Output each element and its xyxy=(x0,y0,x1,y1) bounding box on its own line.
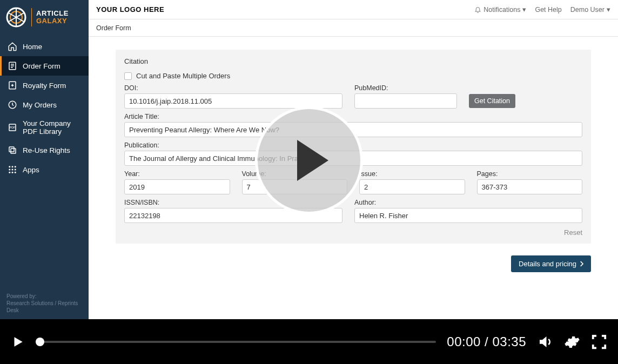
sidebar-item-label: Your Company PDF Library xyxy=(23,119,81,136)
royalty-icon xyxy=(8,80,17,90)
sidebar-item-pdf-library[interactable]: PDF Your Company PDF Library xyxy=(0,114,89,140)
publication-label: Publication: xyxy=(124,141,582,149)
notifications-menu[interactable]: Notifications ▾ xyxy=(474,5,526,14)
svg-text:PDF: PDF xyxy=(10,126,16,129)
svg-rect-13 xyxy=(11,149,16,153)
article-title-input[interactable] xyxy=(124,122,582,137)
panel-title: Citation xyxy=(124,57,582,65)
main: YOUR LOGO HERE Notifications ▾ Get Help … xyxy=(89,0,618,319)
issn-input[interactable] xyxy=(124,208,342,223)
home-icon xyxy=(8,42,17,51)
chevron-right-icon xyxy=(580,261,583,267)
get-help-link[interactable]: Get Help xyxy=(535,6,561,14)
sidebar-item-apps[interactable]: Apps xyxy=(0,160,89,179)
pubmed-input[interactable] xyxy=(354,93,457,109)
user-menu[interactable]: Demo User ▾ xyxy=(570,5,610,14)
svg-point-15 xyxy=(9,166,10,167)
cut-paste-row[interactable]: Cut and Paste Multiple Orders xyxy=(124,72,582,80)
video-controls: 00:00 / 03:35 xyxy=(0,319,618,364)
citation-panel: Citation Cut and Paste Multiple Orders D… xyxy=(116,50,591,244)
brand-logo: ARTICLE GALAXY xyxy=(0,0,89,37)
pdf-icon: PDF xyxy=(8,123,17,132)
caret-down-icon: ▾ xyxy=(607,5,610,14)
sidebar-item-reuse-rights[interactable]: Re-Use Rights xyxy=(0,140,89,160)
svg-rect-14 xyxy=(9,147,14,152)
sidebar-item-label: My Orders xyxy=(23,101,57,109)
play-button[interactable] xyxy=(11,334,25,350)
issue-label: Issue: xyxy=(359,170,465,178)
sidebar-item-my-orders[interactable]: My Orders xyxy=(0,95,89,114)
sidebar-item-royalty-form[interactable]: Royalty Form xyxy=(0,76,89,95)
form-icon xyxy=(8,61,17,71)
clock-icon xyxy=(8,100,17,110)
svg-point-23 xyxy=(15,172,16,173)
checkbox-icon[interactable] xyxy=(124,72,132,80)
sidebar-item-label: Home xyxy=(23,43,42,51)
svg-point-18 xyxy=(9,169,10,171)
svg-point-19 xyxy=(12,169,14,171)
logo-separator xyxy=(31,8,32,26)
details-pricing-button[interactable]: Details and pricing xyxy=(511,255,591,272)
cut-paste-label: Cut and Paste Multiple Orders xyxy=(136,72,230,80)
get-citation-button[interactable]: Get Citation xyxy=(469,94,515,108)
volume-button[interactable] xyxy=(537,334,553,350)
svg-point-16 xyxy=(12,166,14,167)
galaxy-logo-icon xyxy=(5,6,27,28)
pages-input[interactable] xyxy=(477,179,583,194)
sidebar-item-order-form[interactable]: Order Form xyxy=(0,56,89,76)
sidebar: ARTICLE GALAXY Home Order Form Royalty F… xyxy=(0,0,89,319)
bell-icon xyxy=(474,6,481,13)
brand-text: ARTICLE GALAXY xyxy=(36,10,69,24)
reset-link[interactable]: Reset xyxy=(564,228,582,237)
pubmed-label: PubMedID: xyxy=(354,84,457,92)
issn-label: ISSN/ISBN: xyxy=(124,199,342,206)
article-title-label: Article Title: xyxy=(124,113,582,120)
pages-label: Pages: xyxy=(477,170,583,178)
svg-point-20 xyxy=(15,169,16,171)
publication-input[interactable] xyxy=(124,151,582,166)
sidebar-nav: Home Order Form Royalty Form My Orders P… xyxy=(0,37,89,179)
logo-placeholder: YOUR LOGO HERE xyxy=(96,5,164,14)
sidebar-item-label: Apps xyxy=(23,166,39,174)
breadcrumb: Order Form xyxy=(89,19,618,37)
doi-input[interactable] xyxy=(124,93,342,109)
year-label: Year: xyxy=(124,170,230,178)
author-label: Author: xyxy=(354,199,582,206)
svg-point-21 xyxy=(9,172,10,173)
doi-label: DOI: xyxy=(124,84,342,92)
issue-input[interactable] xyxy=(359,179,465,194)
sidebar-item-label: Order Form xyxy=(23,62,61,70)
svg-point-17 xyxy=(15,166,16,167)
svg-point-22 xyxy=(12,172,14,173)
sidebar-item-label: Re-Use Rights xyxy=(23,146,70,154)
topbar: YOUR LOGO HERE Notifications ▾ Get Help … xyxy=(89,0,618,19)
video-time: 00:00 / 03:35 xyxy=(447,334,526,349)
volume-input[interactable] xyxy=(242,179,348,194)
author-input[interactable] xyxy=(354,208,582,223)
sidebar-item-home[interactable]: Home xyxy=(0,37,89,56)
seek-thumb[interactable] xyxy=(36,338,44,346)
grid-icon xyxy=(8,165,17,174)
sidebar-footer: Powered by: Research Solutions / Reprint… xyxy=(0,287,89,319)
copy-icon xyxy=(8,145,17,155)
seek-bar[interactable] xyxy=(36,341,436,343)
fullscreen-button[interactable] xyxy=(591,334,607,350)
year-input[interactable] xyxy=(124,179,230,194)
settings-button[interactable] xyxy=(564,334,580,350)
content: Citation Cut and Paste Multiple Orders D… xyxy=(89,37,618,319)
volume-label: Volume: xyxy=(242,170,348,178)
caret-down-icon: ▾ xyxy=(522,5,526,14)
sidebar-item-label: Royalty Form xyxy=(23,82,66,90)
